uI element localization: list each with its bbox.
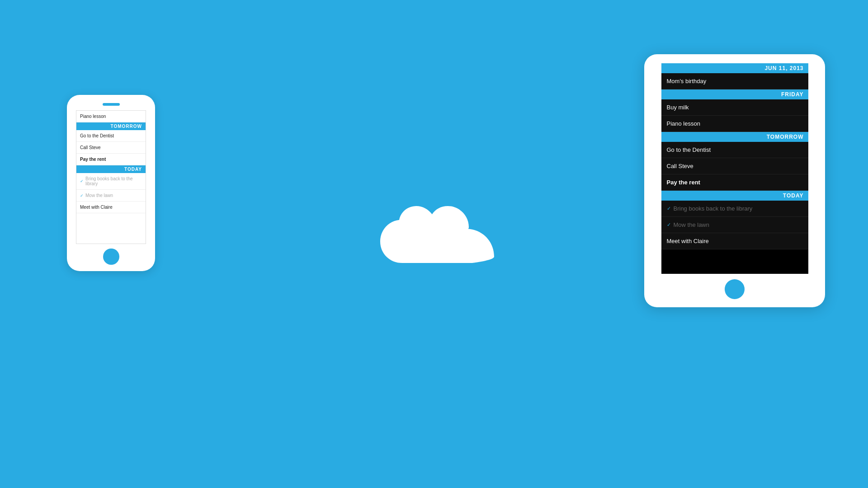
tablet-section-header: TOMORROW <box>661 132 808 142</box>
tablet-list-item[interactable]: Mom's birthday <box>661 73 808 89</box>
tablet-section-header: FRIDAY <box>661 89 808 99</box>
tablet-section-header: TODAY <box>661 191 808 201</box>
tablet-list-item[interactable]: ✓Mow the lawn <box>661 217 808 233</box>
phone-list-item[interactable]: Call Steve <box>76 142 146 154</box>
phone-speaker <box>103 103 120 106</box>
tablet-list-item[interactable]: ✓Bring books back to the library <box>661 201 808 217</box>
tablet-list-item[interactable]: Piano lesson <box>661 116 808 132</box>
phone-list-item[interactable]: Piano lesson <box>76 111 146 122</box>
tablet-section-header: JUN 11, 2013 <box>661 63 808 73</box>
list-item-text: Mow the lawn <box>85 193 113 198</box>
tablet-list-item[interactable]: Buy milk <box>661 99 808 116</box>
checkmark-icon: ✓ <box>80 193 84 198</box>
list-item-text: Pay the rent <box>667 179 700 186</box>
iphone-device: Piano lessonTOMORROWGo to the DentistCal… <box>67 95 155 271</box>
tablet-list-item[interactable]: Call Steve <box>661 158 808 174</box>
cloud-svg <box>371 206 497 282</box>
phone-screen: Piano lessonTOMORROWGo to the DentistCal… <box>76 110 146 244</box>
list-item-text: Piano lesson <box>667 120 700 127</box>
tablet-list-item[interactable]: Meet with Claire <box>661 233 808 249</box>
list-item-text: Piano lesson <box>80 114 106 119</box>
phone-list-item[interactable]: Go to the Dentist <box>76 130 146 142</box>
list-item-text: Go to the Dentist <box>667 146 711 153</box>
cloud-sync-icon <box>371 206 497 282</box>
list-item-text: Meet with Claire <box>667 238 709 244</box>
list-item-text: Mow the lawn <box>674 221 709 228</box>
phone-list-item[interactable]: Pay the rent <box>76 154 146 165</box>
phone-section-header: TOMORROW <box>76 122 146 130</box>
phone-home-button[interactable] <box>103 249 119 265</box>
list-item-text: Go to the Dentist <box>80 133 114 138</box>
phone-list-item[interactable]: ✓Bring books back to the library <box>76 173 146 190</box>
ipad-device: JUN 11, 2013Mom's birthdayFRIDAYBuy milk… <box>644 54 825 307</box>
list-item-text: Call Steve <box>667 163 693 169</box>
checkmark-icon: ✓ <box>80 179 84 183</box>
tablet-screen: JUN 11, 2013Mom's birthdayFRIDAYBuy milk… <box>661 63 808 274</box>
phone-section-header: TODAY <box>76 165 146 173</box>
phone-list-item[interactable]: ✓Mow the lawn <box>76 190 146 202</box>
tablet-list-item[interactable]: Pay the rent <box>661 174 808 191</box>
list-item-text: Meet with Claire <box>80 205 113 210</box>
list-item-text: Call Steve <box>80 145 101 150</box>
phone-list-item[interactable]: Meet with Claire <box>76 202 146 213</box>
tablet-home-button[interactable] <box>725 279 745 299</box>
list-item-text: Bring books back to the library <box>674 205 753 212</box>
checkmark-icon: ✓ <box>667 222 671 228</box>
tablet-list-item[interactable]: Go to the Dentist <box>661 142 808 158</box>
list-item-text: Mom's birthday <box>667 78 707 84</box>
list-item-text: Bring books back to the library <box>85 176 142 186</box>
list-item-text: Pay the rent <box>80 157 106 162</box>
list-item-text: Buy milk <box>667 104 689 111</box>
checkmark-icon: ✓ <box>667 206 671 211</box>
